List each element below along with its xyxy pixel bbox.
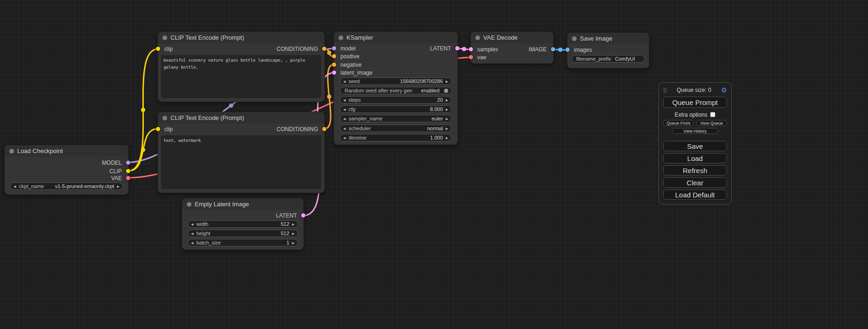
widget-denoise[interactable]: ◀ denoise 1.000 ▶ bbox=[340, 134, 452, 141]
increment-arrow-icon[interactable]: ▶ bbox=[446, 108, 448, 111]
widget-random-seed-toggle[interactable]: Random seed after every gen enabled bbox=[340, 87, 452, 94]
node-clip-text-encode-positive[interactable]: CLIP Text Encode (Prompt) clip CONDITION… bbox=[158, 32, 325, 102]
port-images-input[interactable] bbox=[565, 48, 570, 52]
queue-prompt-button[interactable]: Queue Prompt bbox=[663, 97, 727, 108]
decrement-arrow-icon[interactable]: ◀ bbox=[343, 80, 346, 83]
widget-label: ckpt_name bbox=[19, 183, 44, 189]
collapse-dot-icon[interactable] bbox=[572, 36, 577, 41]
increment-arrow-icon[interactable]: ▶ bbox=[117, 185, 120, 188]
increment-arrow-icon[interactable]: ▶ bbox=[292, 241, 295, 245]
wire-midpoint-clip-to-positive[interactable] bbox=[141, 108, 145, 112]
decrement-arrow-icon[interactable]: ◀ bbox=[343, 98, 346, 102]
increment-arrow-icon[interactable]: ▶ bbox=[446, 136, 448, 140]
increment-arrow-icon[interactable]: ▶ bbox=[446, 80, 448, 83]
node-load-checkpoint[interactable]: Load Checkpoint MODEL CLIP VAE ◀ ckpt_na… bbox=[5, 145, 128, 195]
wire-midpoint-samples[interactable] bbox=[462, 47, 466, 51]
collapse-dot-icon[interactable] bbox=[475, 35, 480, 40]
settings-gear-icon[interactable]: ⚙ bbox=[721, 87, 727, 93]
decrement-arrow-icon[interactable]: ◀ bbox=[343, 127, 346, 130]
decrement-arrow-icon[interactable]: ◀ bbox=[343, 136, 346, 140]
widget-label: Random seed after every gen bbox=[345, 88, 412, 93]
increment-arrow-icon[interactable]: ▶ bbox=[292, 223, 295, 226]
save-button[interactable]: Save bbox=[663, 141, 727, 151]
widget-value: ComfyUI bbox=[615, 56, 635, 62]
widget-filename-prefix[interactable]: filename_prefix ComfyUI bbox=[572, 55, 645, 63]
queue-front-button[interactable]: Queue Front bbox=[663, 120, 694, 126]
node-title-bar[interactable]: Load Checkpoint bbox=[5, 145, 128, 157]
node-title-bar[interactable]: KSampler bbox=[334, 32, 458, 43]
widget-batch-size[interactable]: ◀ batch_size 1 ▶ bbox=[188, 239, 298, 246]
port-negative-input[interactable] bbox=[332, 63, 336, 67]
node-empty-latent-image[interactable]: Empty Latent Image LATENT ◀ width 512 ▶ … bbox=[182, 198, 303, 250]
node-save-image[interactable]: Save Image images filename_prefix ComfyU… bbox=[567, 33, 649, 68]
output-slot-vae: VAE bbox=[111, 174, 128, 182]
decrement-arrow-icon[interactable]: ◀ bbox=[191, 241, 193, 245]
collapse-dot-icon[interactable] bbox=[187, 202, 191, 207]
wire-midpoint-image[interactable] bbox=[558, 48, 563, 52]
output-slot-model: MODEL bbox=[102, 159, 128, 167]
view-history-button[interactable]: View History bbox=[672, 128, 718, 134]
port-samples-input[interactable] bbox=[469, 47, 473, 51]
port-positive-input[interactable] bbox=[332, 54, 336, 58]
drag-handle-icon[interactable]: ⣿ bbox=[663, 87, 667, 93]
increment-arrow-icon[interactable]: ▶ bbox=[446, 98, 448, 102]
decrement-arrow-icon[interactable]: ◀ bbox=[343, 117, 346, 120]
widget-steps[interactable]: ◀ steps 20 ▶ bbox=[340, 96, 452, 104]
node-title-bar[interactable]: CLIP Text Encode (Prompt) bbox=[158, 112, 325, 124]
decrement-arrow-icon[interactable]: ◀ bbox=[191, 232, 193, 235]
node-title-bar[interactable]: CLIP Text Encode (Prompt) bbox=[158, 32, 325, 43]
node-title: KSampler bbox=[346, 34, 373, 41]
node-title-bar[interactable]: Empty Latent Image bbox=[182, 198, 303, 210]
node-title-bar[interactable]: VAE Decode bbox=[471, 32, 553, 43]
prompt-text-input[interactable]: beautiful scenery nature glass bottle la… bbox=[161, 55, 321, 98]
collapse-dot-icon[interactable] bbox=[339, 35, 343, 40]
port-model-output[interactable] bbox=[126, 161, 130, 165]
view-queue-button[interactable]: View Queue bbox=[696, 120, 727, 126]
node-ksampler[interactable]: KSampler model positive negative latent_… bbox=[334, 32, 458, 145]
widget-cfg[interactable]: ◀ cfg 8.000 ▶ bbox=[340, 105, 452, 113]
increment-arrow-icon[interactable]: ▶ bbox=[446, 127, 448, 130]
toggle-knob-icon[interactable] bbox=[444, 89, 448, 93]
increment-arrow-icon[interactable]: ▶ bbox=[446, 117, 448, 120]
prompt-text-input[interactable]: text, watermark bbox=[161, 135, 321, 189]
clear-button[interactable]: Clear bbox=[663, 177, 727, 188]
collapse-dot-icon[interactable] bbox=[9, 149, 14, 154]
load-default-button[interactable]: Load Default bbox=[663, 189, 727, 200]
port-latent-image-input[interactable] bbox=[332, 70, 336, 75]
node-clip-text-encode-negative[interactable]: CLIP Text Encode (Prompt) clip CONDITION… bbox=[158, 112, 325, 193]
port-image-output[interactable] bbox=[551, 47, 555, 51]
port-latent-output[interactable] bbox=[455, 46, 459, 50]
extra-options-checkbox[interactable] bbox=[710, 112, 715, 117]
decrement-arrow-icon[interactable]: ◀ bbox=[14, 185, 16, 188]
port-clip-input[interactable] bbox=[156, 127, 160, 131]
node-title-bar[interactable]: Save Image bbox=[567, 33, 649, 44]
collapse-dot-icon[interactable] bbox=[162, 35, 167, 40]
widget-ckpt-name[interactable]: ◀ ckpt_name v1-5-pruned-emaonly.ckpt ▶ bbox=[10, 182, 123, 190]
widget-height[interactable]: ◀ height 512 ▶ bbox=[188, 230, 298, 237]
collapse-dot-icon[interactable] bbox=[162, 116, 167, 120]
decrement-arrow-icon[interactable]: ◀ bbox=[191, 223, 193, 226]
slot-label: CLIP bbox=[109, 168, 122, 175]
widget-width[interactable]: ◀ width 512 ▶ bbox=[188, 220, 298, 228]
slot-label: LATENT bbox=[430, 45, 451, 52]
port-model-input[interactable] bbox=[332, 46, 336, 50]
widget-sampler-name[interactable]: ◀ sampler_name euler ▶ bbox=[340, 115, 452, 122]
port-vae-output[interactable] bbox=[126, 176, 130, 180]
port-vae-input[interactable] bbox=[469, 55, 473, 59]
wire-midpoint-positive-conditioning[interactable] bbox=[327, 51, 332, 55]
load-button[interactable]: Load bbox=[663, 153, 727, 163]
node-vae-decode[interactable]: VAE Decode samples vae IMAGE bbox=[471, 32, 553, 63]
port-conditioning-output[interactable] bbox=[322, 127, 326, 131]
widget-seed[interactable]: ◀ seed 156680208700286 ▶ bbox=[340, 77, 452, 85]
wire-midpoint-negative-conditioning[interactable] bbox=[327, 95, 332, 99]
increment-arrow-icon[interactable]: ▶ bbox=[292, 232, 295, 235]
decrement-arrow-icon[interactable]: ◀ bbox=[343, 108, 346, 111]
wire-midpoint-model[interactable] bbox=[229, 104, 233, 108]
port-clip-output[interactable] bbox=[126, 169, 130, 173]
port-latent-output[interactable] bbox=[301, 213, 305, 217]
widget-scheduler[interactable]: ◀ scheduler normal ▶ bbox=[340, 125, 452, 132]
port-clip-input[interactable] bbox=[156, 47, 160, 51]
wire-midpoint-clip-to-negative[interactable] bbox=[141, 148, 145, 152]
port-conditioning-output[interactable] bbox=[322, 47, 326, 51]
refresh-button[interactable]: Refresh bbox=[663, 165, 727, 175]
